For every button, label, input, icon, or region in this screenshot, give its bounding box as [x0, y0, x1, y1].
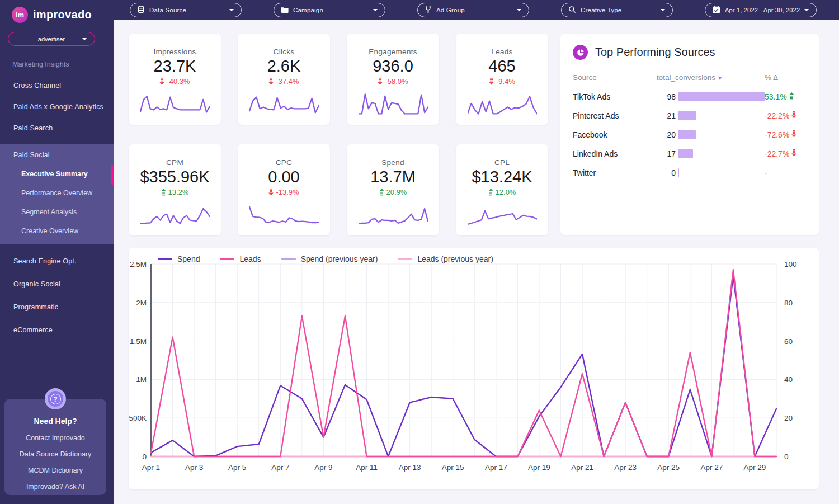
svg-text:Apr 27: Apr 27	[700, 463, 723, 472]
main-content: Impressions23.7K-40.3%Clicks2.6K-37.4%En…	[114, 20, 839, 504]
sidebar-nav-top: Cross ChannelPaid Ads x Google Analytics…	[0, 82, 114, 132]
arrow-up-icon	[488, 189, 493, 196]
sidebar-item-executive-summary[interactable]: Executive Summary	[21, 170, 114, 178]
help-link-contact-improvado[interactable]: Contact Improvado	[4, 434, 106, 442]
kpi-sparkline	[140, 90, 210, 116]
help-link-mcdm-dictionary[interactable]: MCDM Dictionary	[4, 467, 106, 474]
col-header-total-conversions[interactable]: total_conversions ▼	[657, 70, 765, 87]
sidebar-item-search-engine-opt[interactable]: Search Engine Opt.	[13, 257, 114, 265]
conversions-bar	[678, 168, 679, 177]
svg-text:1.5M: 1.5M	[130, 337, 147, 346]
kpi-delta: -58.0%	[347, 77, 439, 86]
sidebar-group-paid-social: Paid Social Executive SummaryPerformance…	[0, 144, 114, 244]
chevron-down-icon	[661, 9, 665, 11]
chevron-down-icon	[804, 9, 809, 11]
advertiser-dropdown[interactable]: advertiser	[8, 32, 95, 46]
svg-text:Apr 21: Apr 21	[571, 463, 593, 472]
kpi-delta: -9.4%	[456, 77, 548, 86]
sidebar-item-segment-analysis[interactable]: Segment Analysis	[21, 208, 114, 216]
chevron-down-icon	[517, 9, 521, 11]
svg-text:Apr 5: Apr 5	[228, 463, 246, 472]
sidebar-item-organic-social[interactable]: Organic Social	[13, 280, 114, 288]
sidebar-nav-bottom: Search Engine Opt.Organic SocialProgramm…	[0, 257, 114, 334]
spend-leads-chart-card: SpendLeadsSpend (previous year)Leads (pr…	[129, 248, 819, 489]
arrow-up-icon	[379, 189, 384, 196]
kpi-title: CPC	[238, 158, 330, 167]
svg-text:0: 0	[142, 453, 147, 461]
kpi-sparkline	[359, 201, 428, 227]
source-conversions: 17	[657, 149, 678, 158]
source-row-twitter: Twitter0-	[573, 163, 807, 182]
filter-creative-type-dropdown[interactable]: Creative Type	[561, 3, 673, 17]
svg-text:80: 80	[784, 299, 793, 307]
sidebar-item-ecommerce[interactable]: eCommerce	[13, 326, 114, 334]
kpi-card-clicks: Clicks2.6K-37.4%	[238, 34, 330, 125]
kpi-title: Leads	[456, 48, 548, 56]
arrow-down-icon	[268, 189, 274, 196]
kpi-value: 13.7M	[347, 168, 439, 186]
sidebar-item-paid-ads-x-google-analytics[interactable]: Paid Ads x Google Analytics	[13, 103, 114, 111]
chevron-down-icon	[373, 9, 378, 11]
source-delta: -22.2%	[765, 111, 789, 120]
filter-ad-group-dropdown[interactable]: Ad Group	[417, 3, 529, 17]
help-link-improvado-ask-ai[interactable]: Improvado? Ask AI	[4, 483, 106, 491]
source-row-linkedin-ads: LinkedIn Ads17-22.7%	[573, 144, 807, 163]
svg-text:500K: 500K	[129, 414, 147, 422]
sidebar-item-creative-overview[interactable]: Creative Overview	[21, 227, 114, 235]
sources-table: Source total_conversions ▼ % Δ TikTok Ad…	[573, 70, 807, 182]
kpi-title: Impressions	[129, 48, 221, 56]
legend-swatch	[398, 258, 412, 260]
search-icon	[568, 6, 576, 15]
legend-swatch	[158, 258, 172, 260]
svg-text:Apr 13: Apr 13	[399, 463, 421, 472]
sidebar-item-paid-social[interactable]: Paid Social	[13, 151, 114, 159]
pie-chart-icon	[573, 45, 588, 60]
sidebar-item-programmatic[interactable]: Programmatic	[13, 303, 114, 311]
filter-data-source-dropdown[interactable]: Data Source	[130, 3, 242, 17]
conversions-bar	[678, 130, 696, 139]
sidebar-item-paid-search[interactable]: Paid Search	[13, 124, 114, 132]
advertiser-label: advertiser	[38, 36, 65, 43]
kpi-value: 936.0	[347, 57, 439, 76]
sidebar-item-cross-channel[interactable]: Cross Channel	[13, 82, 114, 90]
source-delta: -22.7%	[765, 149, 789, 158]
logo-icon: im	[12, 7, 28, 23]
arrow-up-icon	[789, 92, 794, 100]
improvado-logo[interactable]: im improvado	[0, 0, 114, 23]
kpi-title: Engagements	[347, 48, 439, 56]
svg-text:2.5M: 2.5M	[130, 262, 147, 269]
help-link-data-source-dictionary[interactable]: Data Source Dictionary	[4, 450, 106, 458]
help-question-icon[interactable]: ?	[45, 388, 66, 409]
arrow-up-icon	[161, 189, 166, 196]
svg-text:Apr 9: Apr 9	[314, 463, 332, 472]
kpi-sparkline	[249, 201, 319, 227]
series-line-leads	[151, 270, 776, 456]
legend-swatch	[220, 258, 234, 260]
date-range-dropdown[interactable]: Apr 1, 2022 - Apr 30, 2022	[705, 3, 817, 17]
kpi-delta: 12.0%	[456, 188, 548, 196]
svg-text:0: 0	[784, 453, 789, 461]
kpi-card-spend: Spend13.7M20.9%	[347, 144, 439, 235]
kpi-title: Clicks	[238, 48, 330, 56]
svg-text:20: 20	[784, 414, 793, 422]
kpi-sparkline	[468, 90, 537, 116]
col-header-source: Source	[573, 70, 657, 87]
filter-campaign-dropdown[interactable]: Campaign	[274, 3, 385, 17]
source-row-facebook: Facebook20-72.6%	[573, 125, 807, 144]
source-name: Twitter	[573, 163, 657, 182]
sidebar-section-label: Marketing Insights	[12, 60, 114, 68]
source-delta: -	[765, 168, 767, 177]
sidebar: im improvado advertiser Marketing Insigh…	[0, 0, 114, 504]
kpi-delta: 20.9%	[347, 188, 439, 196]
sources-panel-title: Top Performing Sources	[595, 46, 715, 59]
kpi-delta: -40.3%	[129, 77, 221, 86]
sidebar-item-performance-overview[interactable]: Performance Overview	[21, 189, 114, 197]
kpi-delta: 13.2%	[129, 188, 221, 196]
kpi-sparkline	[140, 201, 210, 227]
brand-name: improvado	[33, 8, 92, 21]
conversions-bar	[678, 111, 696, 120]
kpi-value: 465	[456, 57, 548, 76]
source-delta: -72.6%	[765, 130, 789, 139]
kpi-sparkline	[359, 90, 428, 116]
kpi-value: $355.96K	[129, 168, 221, 186]
